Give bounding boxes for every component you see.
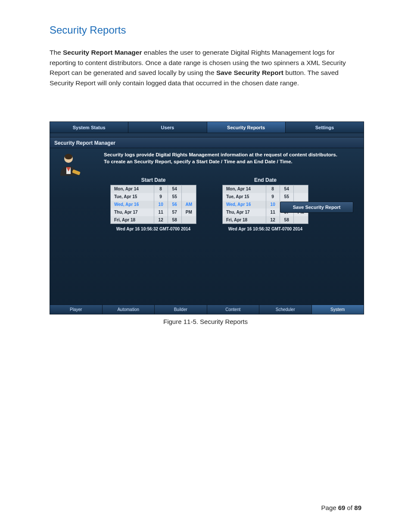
spinner-row[interactable]: Fri, Apr 181258 bbox=[223, 216, 308, 224]
spinner-row[interactable]: Fri, Apr 181258 bbox=[111, 216, 196, 224]
spinner-minute-cell[interactable]: 54 bbox=[280, 185, 293, 193]
spinner-ampm-cell[interactable] bbox=[181, 193, 196, 201]
spinner-minute-cell[interactable]: 54 bbox=[168, 185, 181, 193]
spinner-row[interactable]: Mon, Apr 14854 bbox=[111, 185, 196, 193]
start-date-spinner[interactable]: Start Date Mon, Apr 14854Tue, Apr 15955W… bbox=[110, 177, 196, 231]
spinner-date-cell[interactable]: Fri, Apr 18 bbox=[111, 216, 154, 224]
spinner-hour-cell[interactable]: 11 bbox=[154, 208, 168, 216]
spinner-row[interactable]: Wed, Apr 161056AM bbox=[111, 201, 196, 208]
spinner-hour-cell[interactable]: 8 bbox=[154, 185, 168, 193]
footer-page-number: 69 bbox=[338, 504, 346, 511]
spinner-date-cell[interactable]: Tue, Apr 15 bbox=[111, 193, 154, 201]
spinner-hour-cell[interactable]: 12 bbox=[154, 216, 168, 224]
panel-gap bbox=[50, 133, 364, 137]
bottom-tab-player[interactable]: Player bbox=[50, 305, 103, 314]
bottom-tab-scheduler[interactable]: Scheduler bbox=[259, 305, 312, 314]
spinner-date-cell[interactable]: Mon, Apr 14 bbox=[111, 185, 154, 193]
spinner-hour-cell[interactable]: 12 bbox=[266, 216, 280, 224]
spinner-minute-cell[interactable]: 58 bbox=[280, 216, 293, 224]
spinner-date-cell[interactable]: Wed, Apr 16 bbox=[111, 201, 154, 208]
top-tab-settings[interactable]: Settings bbox=[286, 122, 364, 133]
section-paragraph: The Security Report Manager enables the … bbox=[50, 47, 361, 88]
spinner-minute-cell[interactable]: 55 bbox=[168, 193, 181, 201]
para-text: The bbox=[50, 49, 63, 56]
spinner-date-cell[interactable]: Mon, Apr 14 bbox=[223, 185, 266, 193]
info-line-1: Security logs provide Digital Rights Man… bbox=[104, 152, 359, 159]
bottom-tab-system[interactable]: System bbox=[312, 305, 364, 314]
top-tab-users[interactable]: Users bbox=[128, 122, 207, 133]
bottom-tab-builder[interactable]: Builder bbox=[155, 305, 207, 314]
info-line-2: To create an Security Report, specify a … bbox=[104, 159, 359, 165]
start-date-stamp: Wed Apr 16 10:56:32 GMT-0700 2014 bbox=[110, 227, 196, 231]
spinner-minute-cell[interactable]: 56 bbox=[168, 201, 181, 208]
end-date-stamp: Wed Apr 16 10:56:32 GMT-0700 2014 bbox=[222, 227, 308, 231]
spinner-date-cell[interactable]: Tue, Apr 15 bbox=[223, 193, 266, 201]
spinner-date-cell[interactable]: Wed, Apr 16 bbox=[223, 201, 266, 208]
spinner-hour-cell[interactable]: 10 bbox=[266, 201, 280, 208]
footer-text: of bbox=[345, 504, 354, 511]
spinner-ampm-cell[interactable] bbox=[293, 193, 308, 201]
spinner-ampm-cell[interactable]: PM bbox=[181, 208, 196, 216]
footer-total-pages: 89 bbox=[354, 504, 361, 511]
top-tab-system-status[interactable]: System Status bbox=[50, 122, 128, 133]
figure-caption: Figure 11-5. Security Reports bbox=[50, 318, 361, 325]
panel-body: Security logs provide Digital Rights Man… bbox=[50, 148, 364, 299]
footer-text: Page bbox=[321, 504, 338, 511]
spinner-ampm-cell[interactable] bbox=[181, 216, 196, 224]
spinner-ampm-cell[interactable] bbox=[293, 185, 308, 193]
bottom-tab-content[interactable]: Content bbox=[207, 305, 260, 314]
page-footer: Page 69 of 89 bbox=[321, 504, 361, 511]
spinner-hour-cell[interactable]: 11 bbox=[266, 208, 280, 216]
spinner-hour-cell[interactable]: 8 bbox=[266, 185, 280, 193]
start-date-title: Start Date bbox=[110, 177, 196, 183]
start-date-table[interactable]: Mon, Apr 14854Tue, Apr 15955Wed, Apr 161… bbox=[110, 185, 196, 224]
spinner-row[interactable]: Tue, Apr 15955 bbox=[111, 193, 196, 201]
spinner-row[interactable]: Mon, Apr 14854 bbox=[223, 185, 308, 193]
bottom-tab-automation[interactable]: Automation bbox=[103, 305, 155, 314]
spinner-ampm-cell[interactable] bbox=[293, 216, 308, 224]
save-security-report-button[interactable]: Save Security Report bbox=[280, 202, 353, 213]
screenshot-app: System StatusUsersSecurity ReportsSettin… bbox=[50, 121, 364, 314]
spinner-hour-cell[interactable]: 9 bbox=[154, 193, 168, 201]
spinner-minute-cell[interactable]: 57 bbox=[168, 208, 181, 216]
para-bold-2: Save Security Report bbox=[216, 69, 283, 76]
top-tab-security-reports[interactable]: Security Reports bbox=[207, 122, 286, 133]
spinner-date-cell[interactable]: Fri, Apr 18 bbox=[223, 216, 266, 224]
spinner-minute-cell[interactable]: 55 bbox=[280, 193, 293, 201]
section-heading: Security Reports bbox=[50, 24, 361, 36]
spinner-hour-cell[interactable]: 9 bbox=[266, 193, 280, 201]
spinner-row[interactable]: Thu, Apr 171157PM bbox=[111, 208, 196, 216]
spinner-date-cell[interactable]: Thu, Apr 17 bbox=[223, 208, 266, 216]
end-date-title: End Date bbox=[222, 177, 308, 183]
spinner-date-cell[interactable]: Thu, Apr 17 bbox=[111, 208, 154, 216]
para-bold-1: Security Report Manager bbox=[63, 49, 142, 56]
panel-info-text: Security logs provide Digital Rights Man… bbox=[104, 152, 359, 165]
user-avatar-icon bbox=[56, 151, 81, 176]
spinner-minute-cell[interactable]: 58 bbox=[168, 216, 181, 224]
spinner-hour-cell[interactable]: 10 bbox=[154, 201, 168, 208]
bottom-tab-bar: PlayerAutomationBuilderContentSchedulerS… bbox=[50, 305, 364, 314]
spinner-ampm-cell[interactable]: AM bbox=[181, 201, 196, 208]
spinner-ampm-cell[interactable] bbox=[181, 185, 196, 193]
top-tab-bar: System StatusUsersSecurity ReportsSettin… bbox=[50, 122, 364, 133]
panel-title: Security Report Manager bbox=[50, 137, 364, 148]
spinner-row[interactable]: Tue, Apr 15955 bbox=[223, 193, 308, 201]
